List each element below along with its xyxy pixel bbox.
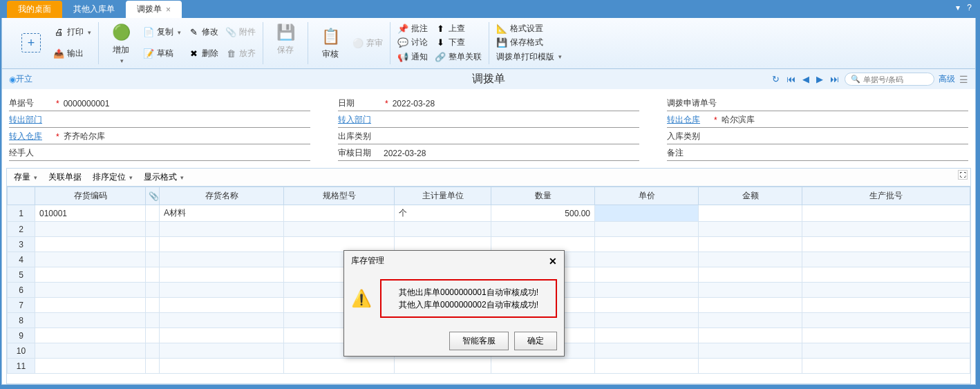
- cell-unit[interactable]: 个: [395, 205, 491, 222]
- first-icon[interactable]: ⏮: [785, 74, 797, 84]
- prev-icon[interactable]: ◀: [801, 74, 811, 84]
- search-box[interactable]: 🔍: [845, 73, 934, 86]
- search-input[interactable]: [863, 75, 932, 84]
- format-icon: 📐: [496, 23, 507, 35]
- col-code[interactable]: 存货编码: [35, 187, 146, 205]
- tab-other-in[interactable]: 其他入库单: [62, 1, 126, 18]
- refresh-icon[interactable]: ↻: [771, 74, 781, 84]
- field-in-type: 入库类别: [667, 131, 968, 144]
- abandon-icon: ⚪: [352, 37, 364, 48]
- discard-button: 🗑放齐: [224, 47, 257, 60]
- arrow-up-icon: ⬆: [435, 23, 446, 35]
- table-row[interactable]: 2: [8, 222, 970, 237]
- chevron-down-icon: ▾: [120, 57, 124, 64]
- add-button[interactable]: 🟢增加▾: [104, 22, 138, 64]
- note-icon: 📌: [397, 23, 408, 35]
- notify-button[interactable]: 📢通知: [396, 50, 429, 64]
- delete-icon: ✖: [188, 48, 199, 59]
- col-price[interactable]: 单价: [595, 187, 699, 205]
- print-template-button[interactable]: 调拨单打印模版▾: [495, 50, 563, 64]
- field-audit-date: 审核日期 2022-03-28: [338, 147, 639, 161]
- col-attach[interactable]: 📎: [146, 187, 160, 205]
- trash-icon: 🗑: [225, 48, 236, 59]
- help-icon[interactable]: ?: [967, 3, 972, 12]
- arrow-down-icon: ⬇: [435, 37, 446, 48]
- delete-button[interactable]: ✖删除: [187, 47, 220, 60]
- print-icon: 🖨: [53, 27, 64, 38]
- status-indicator: ◉: [9, 75, 16, 84]
- col-amount[interactable]: 金额: [699, 187, 802, 205]
- cell-price[interactable]: [595, 205, 699, 222]
- print-button[interactable]: 🖨打印▾: [52, 26, 93, 39]
- doc-link-button[interactable]: 🔗整单关联: [433, 50, 483, 64]
- link-icon: 🔗: [435, 51, 446, 62]
- draft-icon: 📝: [143, 48, 154, 59]
- expand-icon[interactable]: ⛶: [958, 170, 968, 180]
- menu-dropdown-icon[interactable]: ▾: [956, 3, 960, 12]
- save-format-icon: 💾: [496, 37, 507, 48]
- field-in-wh: 转入仓库* 齐齐哈尔库: [9, 131, 310, 144]
- chevron-down-icon: ▾: [34, 174, 37, 181]
- attachment-button[interactable]: 📎附件: [224, 26, 257, 39]
- cell-name[interactable]: A材料: [160, 205, 284, 222]
- close-icon[interactable]: ×: [166, 5, 171, 15]
- field-out-dept: 转出部门: [9, 114, 310, 128]
- col-spec[interactable]: 规格型号: [284, 187, 395, 205]
- table-row[interactable]: 1 010001 A材料 个 500.00: [8, 205, 970, 222]
- col-batch[interactable]: 生产批号: [802, 187, 970, 205]
- save-format-button[interactable]: 💾保存格式: [495, 36, 563, 49]
- advanced-link[interactable]: 高级: [939, 73, 955, 85]
- menu-icon[interactable]: ☰: [959, 74, 968, 85]
- ok-button[interactable]: 确定: [514, 332, 557, 350]
- add-icon: 🟢: [111, 22, 131, 43]
- dialog-inventory: 库存管理 ✕ ⚠️ 其他出库单0000000001自动审核成功! 其他入库单00…: [343, 250, 565, 357]
- cell-qty[interactable]: 500.00: [491, 205, 595, 222]
- add-new-button[interactable]: +: [15, 22, 48, 64]
- field-request-no: 调拨申请单号: [667, 97, 968, 111]
- table-row[interactable]: 11: [8, 359, 970, 374]
- cell-code[interactable]: 010001: [35, 205, 146, 222]
- field-out-wh: 转出仓库* 哈尔滨库: [667, 114, 968, 128]
- col-unit[interactable]: 主计量单位: [395, 187, 491, 205]
- next-icon[interactable]: ▶: [815, 74, 824, 84]
- col-rownum[interactable]: [8, 187, 35, 205]
- copy-button[interactable]: 📄复制▾: [142, 26, 182, 39]
- smart-service-button[interactable]: 智能客服: [449, 332, 509, 350]
- tab-transfer[interactable]: 调拨单 ×: [126, 1, 182, 18]
- bell-icon: 📢: [397, 51, 408, 62]
- save-button: 💾保存: [269, 22, 302, 56]
- audit-icon: 📋: [320, 26, 341, 47]
- audit-button[interactable]: 📋审核: [314, 22, 347, 64]
- display-button[interactable]: 显示格式 ▾: [144, 171, 184, 183]
- warning-icon: ⚠️: [351, 289, 372, 308]
- chevron-down-icon: ▾: [178, 29, 181, 36]
- field-remark: 备注: [667, 147, 968, 161]
- field-date: 日期* 2022-03-28: [338, 97, 639, 111]
- draft-button[interactable]: 📝草稿: [142, 47, 182, 60]
- check-down-button[interactable]: ⬇下查: [433, 36, 483, 49]
- abandon-audit-button: ⚪弃审: [351, 37, 384, 50]
- status-label: 开立: [16, 73, 32, 85]
- chevron-down-icon: ▾: [88, 29, 91, 36]
- check-up-button[interactable]: ⬆上查: [433, 22, 483, 35]
- sort-button[interactable]: 排序定位 ▾: [93, 171, 133, 183]
- discuss-button[interactable]: 💬讨论: [396, 36, 429, 49]
- output-button[interactable]: 📤输出: [52, 47, 93, 60]
- modify-button[interactable]: ✎修改: [187, 26, 220, 39]
- last-icon[interactable]: ⏭: [829, 74, 840, 84]
- col-name[interactable]: 存货名称: [160, 187, 284, 205]
- stock-button[interactable]: 存量 ▾: [14, 171, 37, 183]
- field-doc-no: 单据号* 0000000001: [9, 97, 310, 111]
- edit-icon: ✎: [188, 27, 199, 38]
- format-set-button[interactable]: 📐格式设置: [495, 22, 563, 35]
- batch-note-button[interactable]: 📌批注: [396, 22, 429, 35]
- page-title: 调拨单: [472, 72, 505, 86]
- field-out-type: 出库类别: [338, 131, 639, 144]
- attachment-icon: 📎: [225, 27, 236, 38]
- tab-desktop[interactable]: 我的桌面: [7, 1, 62, 18]
- export-icon: 📤: [53, 48, 64, 59]
- dialog-title-text: 库存管理: [351, 255, 384, 267]
- col-qty[interactable]: 数量: [491, 187, 595, 205]
- dialog-close-icon[interactable]: ✕: [549, 256, 557, 267]
- related-button[interactable]: 关联单据: [48, 171, 82, 183]
